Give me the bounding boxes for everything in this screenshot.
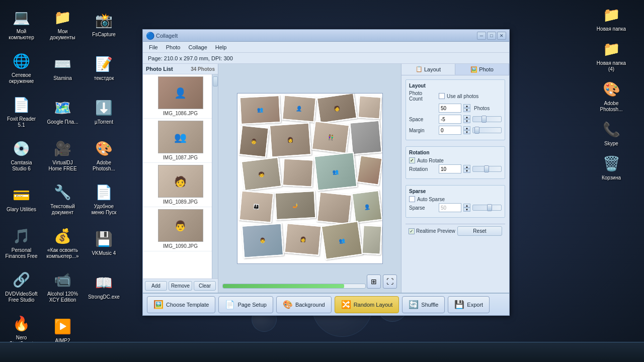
desktop-icon-personalfinance[interactable]: 💰 «Как освоить компьютер...» xyxy=(44,221,82,264)
spin-down-sparse[interactable]: ▼ xyxy=(463,208,470,212)
photo-count-spinner[interactable]: ▲ ▼ xyxy=(463,104,470,112)
spin-up-sparse[interactable]: ▲ xyxy=(463,204,470,208)
close-button[interactable]: ✕ xyxy=(497,32,506,40)
photo-name-1090: IMG_1090.JPG xyxy=(163,243,198,249)
desktop-icon-vkmusic[interactable]: 🎵 Personal Finances Free xyxy=(3,221,40,264)
desktop-icon-camtasia[interactable]: 🎥 VirtualDJ Home FREE xyxy=(44,134,82,176)
desktop-icon-my-documents[interactable]: 📁 Мои документы xyxy=(44,3,82,45)
rotation-slider-thumb[interactable] xyxy=(484,165,489,172)
photo-list-items[interactable]: 👤 IMG_1086.JPG 👥 IMG_1087.JPG 🧑 IMG_1089… xyxy=(143,74,218,279)
page-setup-button[interactable]: 📄 Page Setup xyxy=(218,296,273,313)
stamina-icon: ⌨️ xyxy=(53,54,73,74)
photo-list-scrollbar[interactable] xyxy=(212,74,218,279)
add-button[interactable]: Add xyxy=(145,281,167,291)
maximize-button[interactable]: □ xyxy=(487,32,496,40)
menu-help[interactable]: Help xyxy=(211,43,231,51)
desktop-icon-utorrent[interactable]: ⬇️ µTorrent xyxy=(85,90,123,133)
rotation-value[interactable]: 10 xyxy=(439,164,461,173)
desktop-icon-my-computer[interactable]: 💻 Мой компьютер xyxy=(3,3,40,45)
sparse-slider[interactable] xyxy=(472,205,502,211)
auto-sparse-checkbox[interactable] xyxy=(409,196,415,202)
sparse-slider-thumb[interactable] xyxy=(487,204,492,211)
reset-button[interactable]: Reset xyxy=(457,226,502,236)
sparse-spinner[interactable]: ▲ ▼ xyxy=(463,204,470,212)
collage-canvas[interactable]: 👥 👤 🧑 👨 👩 👫 🧒 👥 👨‍👩‍👦 🤳 👤 👨 👩 👥 xyxy=(237,93,383,264)
desktop-icon-for-computer[interactable]: 💾 VKMusic 4 xyxy=(85,221,123,264)
desktop-icon-textdoc[interactable]: 📄 Удобное меню Пуск xyxy=(85,177,123,220)
desktop-icon-book[interactable]: 📖 StrongDC.exe xyxy=(85,265,123,308)
clear-button[interactable]: Clear xyxy=(194,281,216,291)
desktop-icon-network[interactable]: 🌐 Сетевое окружение xyxy=(3,46,40,89)
spin-up-rotation[interactable]: ▲ xyxy=(463,165,470,169)
photo-item-1087[interactable]: 👥 IMG_1087.JPG xyxy=(143,119,218,163)
progress-bar-fill xyxy=(223,284,344,288)
desktop-icon-skype[interactable]: 📞 Skype xyxy=(593,117,630,149)
random-layout-button[interactable]: 🔀 Random Layout xyxy=(335,296,399,313)
desktop-icon-photoshop[interactable]: 🎨 Adobe Photosh... xyxy=(85,134,123,176)
taskbar[interactable] xyxy=(0,342,644,362)
photo-list-actions: Add Remove Clear xyxy=(143,279,218,293)
desktop-icon-fscapture[interactable]: 📸 FsCapture xyxy=(85,3,123,45)
photo-item-1086[interactable]: 👤 IMG_1086.JPG xyxy=(143,74,218,119)
menu-collage[interactable]: Collage xyxy=(184,43,211,51)
minimize-button[interactable]: ─ xyxy=(477,32,486,40)
menu-photo[interactable]: Photo xyxy=(162,43,185,51)
photo-item-1090[interactable]: 👨 IMG_1090.JPG xyxy=(143,207,218,251)
export-button[interactable]: 💾 Export xyxy=(448,296,490,313)
sparse-value[interactable]: 50 xyxy=(439,203,461,212)
desktop-icon-textdock[interactable]: 📝 текстдок xyxy=(85,46,123,89)
photo-tab-label: Photo xyxy=(479,66,494,72)
fscapture-icon: 📸 xyxy=(94,10,114,30)
book-label: StrongDC.exe xyxy=(88,294,120,300)
space-value[interactable]: -5 xyxy=(439,115,461,124)
space-slider[interactable] xyxy=(472,116,502,122)
desktop-icon-webmoney[interactable]: 💳 Glary Utilities xyxy=(3,177,40,220)
fit-tool-button[interactable]: ⛶ xyxy=(383,275,397,289)
desktop-icon-stamina[interactable]: ⌨️ Stamina xyxy=(44,46,82,89)
spin-up-space[interactable]: ▲ xyxy=(463,115,470,119)
desktop-icon-recycle[interactable]: 🗑️ Корзина xyxy=(593,151,630,183)
menu-file[interactable]: File xyxy=(145,43,162,51)
tab-photo[interactable]: 🖼️ Photo xyxy=(455,64,509,75)
desktop-icon-new-folder-1[interactable]: 📁 Новая папка xyxy=(593,3,630,34)
google-icon: 🗺️ xyxy=(53,98,73,118)
use-all-photos-checkbox[interactable] xyxy=(439,93,445,99)
spin-down-space[interactable]: ▼ xyxy=(463,119,470,123)
desktop-icon-new-folder-4[interactable]: 📁 Новая папка (4) xyxy=(593,37,630,74)
title-bar-buttons: ─ □ ✕ xyxy=(477,32,506,40)
photo-count-value[interactable]: 50 xyxy=(439,104,461,113)
spin-up-photo-count[interactable]: ▲ xyxy=(463,104,470,108)
foxit-label: Foxit Reader 5.1 xyxy=(5,116,38,128)
margin-spinner[interactable]: ▲ ▼ xyxy=(463,126,470,134)
auto-rotate-checkbox[interactable]: ✓ xyxy=(409,157,415,163)
crop-tool-button[interactable]: ⊞ xyxy=(367,275,381,289)
remove-button[interactable]: Remove xyxy=(169,281,192,291)
desktop-icon-glary[interactable]: 🔧 Текстовый документ xyxy=(44,177,82,220)
choose-template-button[interactable]: 🖼️ Choose Template xyxy=(147,296,215,313)
scroll-thumb[interactable] xyxy=(213,76,218,86)
margin-value[interactable]: 0 xyxy=(439,126,461,135)
spin-up-margin[interactable]: ▲ xyxy=(463,126,470,130)
tab-layout[interactable]: 📋 Layout xyxy=(401,64,455,75)
desktop-icon-strongdc[interactable]: 🔗 DVDVideoSoft Free Studio xyxy=(3,265,40,308)
rotation-slider[interactable] xyxy=(472,166,502,172)
space-spinner[interactable]: ▲ ▼ xyxy=(463,115,470,123)
desktop-icon-google[interactable]: 🗺️ Google Пла... xyxy=(44,90,82,133)
spin-down-photo-count[interactable]: ▼ xyxy=(463,108,470,112)
desktop-icon-adobe-ps-right[interactable]: 🎨 Adobe Photosh... xyxy=(593,77,630,115)
collage-photo-9: 🧒 xyxy=(240,156,282,191)
margin-slider-thumb[interactable] xyxy=(474,127,479,134)
realtime-preview-checkbox[interactable]: ✓ xyxy=(409,228,415,234)
desktop-icon-dvdvideosoft[interactable]: 📹 Alcohol 120% XCY Edition xyxy=(44,265,82,308)
desktop-icon-foxit[interactable]: 📄 Foxit Reader 5.1 xyxy=(3,90,40,133)
space-slider-thumb[interactable] xyxy=(481,116,487,123)
desktop-icon-defraggler[interactable]: 💿 Camtasia Studio 6 xyxy=(3,134,40,176)
spin-down-margin[interactable]: ▼ xyxy=(463,130,470,134)
background-button[interactable]: 🎨 Background xyxy=(276,296,332,313)
margin-slider[interactable] xyxy=(472,127,502,133)
photo-item-1089[interactable]: 🧑 IMG_1089.JPG xyxy=(143,163,218,207)
title-bar[interactable]: 🔵 CollageIt ─ □ ✕ xyxy=(143,30,509,42)
spin-down-rotation[interactable]: ▼ xyxy=(463,169,470,173)
rotation-spinner[interactable]: ▲ ▼ xyxy=(463,165,470,173)
shuffle-button[interactable]: 🔄 Shuffle xyxy=(402,296,445,313)
